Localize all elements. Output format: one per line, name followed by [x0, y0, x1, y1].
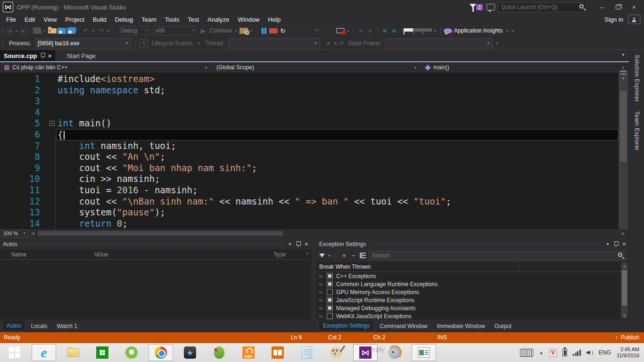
- command-window-icon[interactable]: ≡: [366, 26, 374, 35]
- splitter-handle[interactable]: [620, 71, 626, 74]
- scrollbar-thumb[interactable]: [620, 91, 627, 162]
- taskbar-paint[interactable]: [324, 344, 348, 361]
- restart-icon[interactable]: ↻: [279, 26, 287, 35]
- quick-launch-input[interactable]: [498, 2, 586, 12]
- editor-vertical-scrollbar[interactable]: ▲ ▼: [619, 70, 628, 238]
- close-icon[interactable]: ×: [48, 52, 52, 59]
- suppress-icon[interactable]: ⇄: [340, 40, 344, 46]
- user-avatar[interactable]: [628, 15, 640, 24]
- next-bookmark-icon[interactable]: [423, 28, 432, 32]
- taskbar-explorer[interactable]: [61, 344, 85, 361]
- exception-search-input[interactable]: [369, 251, 626, 260]
- redo-icon[interactable]: ↷: [97, 26, 105, 35]
- code-line-9[interactable]: 9 cout << "Moi ban nhap nam sinh:";: [0, 163, 619, 174]
- exception-row[interactable]: ▷JavaScript Runtime Exceptions: [316, 296, 629, 304]
- menu-analyze[interactable]: Analyze: [203, 15, 233, 24]
- menu-view[interactable]: View: [39, 15, 61, 24]
- exception-row[interactable]: ▷WebKit JavaScript Exceptions: [316, 312, 629, 320]
- menu-build[interactable]: Build: [89, 15, 111, 24]
- menu-debug[interactable]: Debug: [111, 15, 137, 24]
- touch-keyboard-icon[interactable]: [520, 349, 533, 357]
- thread-flag-filter-icon[interactable]: ▼̶: [333, 41, 338, 46]
- pin-icon[interactable]: [296, 241, 300, 247]
- nav-back-icon[interactable]: ◀: [6, 27, 13, 34]
- taskbar-foxit[interactable]: PDF: [236, 344, 261, 361]
- breakpoints-icon[interactable]: [336, 28, 345, 33]
- application-insights-label[interactable]: Application Insights: [454, 27, 503, 34]
- member-dropdown[interactable]: main() ▼: [422, 63, 628, 72]
- stack-frame-combo[interactable]: ▼: [385, 38, 493, 49]
- taskbar-viewer[interactable]: [412, 344, 436, 361]
- undo-dropdown-icon[interactable]: ▼: [91, 26, 96, 35]
- battery-icon[interactable]: [562, 349, 567, 356]
- redo-dropdown-icon[interactable]: ▼: [106, 26, 111, 35]
- menu-window[interactable]: Window: [233, 15, 264, 24]
- taskbar-chrome[interactable]: [149, 344, 173, 361]
- exception-checkbox[interactable]: [327, 313, 333, 319]
- window-position-icon[interactable]: ▼: [606, 242, 610, 247]
- restore-defaults-icon[interactable]: [360, 253, 366, 258]
- filter-dropdown-icon[interactable]: ▼: [328, 254, 331, 257]
- pin-icon[interactable]: [614, 241, 618, 247]
- step-out-icon[interactable]: ↑: [322, 26, 330, 35]
- expand-icon[interactable]: ▷: [320, 306, 323, 311]
- feedback-icon[interactable]: [487, 4, 495, 10]
- fold-toggle-icon[interactable]: [50, 121, 55, 126]
- stop-debugging-icon[interactable]: [269, 28, 278, 33]
- close-button[interactable]: ×: [626, 1, 642, 13]
- tab-start-page[interactable]: Start Page: [63, 50, 99, 61]
- menu-tools[interactable]: Tools: [161, 15, 183, 24]
- undo-icon[interactable]: ↶: [82, 26, 90, 35]
- scrollbar-thumb[interactable]: [38, 231, 283, 236]
- network-signal-icon[interactable]: [573, 350, 581, 356]
- publish-button[interactable]: ↑ Publish: [615, 334, 639, 341]
- exception-row[interactable]: ▷C++ Exceptions: [316, 272, 629, 280]
- tab-command-window[interactable]: Command Window: [375, 321, 431, 331]
- lifecycle-events-label[interactable]: Lifecycle Events: [152, 40, 193, 47]
- exception-checkbox[interactable]: [327, 281, 333, 287]
- step-into-icon[interactable]: ↓: [303, 26, 311, 35]
- code-line-6[interactable]: 6{: [0, 129, 619, 140]
- breakpoints-dropdown-icon[interactable]: ▼: [346, 26, 350, 35]
- open-file-icon[interactable]: [48, 28, 57, 33]
- hidden-icons-chevron[interactable]: ▲: [539, 350, 543, 355]
- panel-splitter[interactable]: [311, 239, 316, 320]
- column-name[interactable]: Name: [0, 251, 94, 258]
- tab-watch-1[interactable]: Watch 1: [52, 321, 82, 331]
- window-position-icon[interactable]: ▼: [288, 242, 292, 247]
- code-editor[interactable]: 1#include<iostream>2using namespace std;…: [0, 73, 619, 229]
- scrollbar-thumb[interactable]: [622, 270, 627, 305]
- solution-config-combo[interactable]: Debug▾: [118, 26, 149, 35]
- toolbar-grip[interactable]: [2, 40, 4, 47]
- tab-autos[interactable]: Autos: [2, 321, 26, 331]
- continue-label[interactable]: Continue: [209, 27, 232, 34]
- bookmark-dropdown-icon[interactable]: ▼: [433, 26, 438, 35]
- process-combo[interactable]: [5656] bai18.exe ▼: [35, 38, 132, 49]
- minimize-button[interactable]: –: [594, 1, 610, 13]
- decrease-indent-icon[interactable]: ≡: [380, 26, 389, 35]
- thread-filter-icon[interactable]: ▼: [326, 41, 331, 46]
- continue-icon[interactable]: ▶: [199, 26, 207, 35]
- taskbar-starapp[interactable]: ★: [178, 344, 202, 361]
- editor-horizontal-scrollbar[interactable]: ◀ ▶: [28, 230, 629, 237]
- find-dropdown-icon[interactable]: ▼: [249, 26, 254, 35]
- exception-row[interactable]: ▷GPU Memory Access Exceptions: [316, 288, 629, 296]
- exception-row[interactable]: ▷Common Language Runtime Exceptions: [316, 280, 629, 288]
- restore-button[interactable]: [610, 1, 626, 13]
- code-line-4[interactable]: 4: [0, 107, 619, 118]
- autos-title-bar[interactable]: Autos ▼ ×: [0, 239, 311, 249]
- nav-forward-icon[interactable]: ▶: [20, 27, 27, 34]
- column-type[interactable]: Type: [273, 251, 286, 258]
- clock[interactable]: 2:45 AM 11/9/2016: [617, 346, 639, 359]
- team-explorer-tab[interactable]: Team Explorer: [634, 107, 640, 156]
- code-line-5[interactable]: 5int main(): [0, 118, 619, 129]
- scroll-up-icon[interactable]: ▲: [305, 251, 309, 255]
- pin-icon[interactable]: [41, 53, 45, 58]
- exception-checkbox[interactable]: [327, 305, 333, 311]
- menu-project[interactable]: Project: [61, 15, 88, 24]
- taskbar-notepad[interactable]: [295, 344, 319, 361]
- menu-help[interactable]: Help: [264, 15, 285, 24]
- filter-icon[interactable]: [319, 254, 325, 257]
- scope-dropdown[interactable]: (Global Scope) ▼: [213, 63, 421, 72]
- prev-bookmark-icon[interactable]: [414, 28, 422, 32]
